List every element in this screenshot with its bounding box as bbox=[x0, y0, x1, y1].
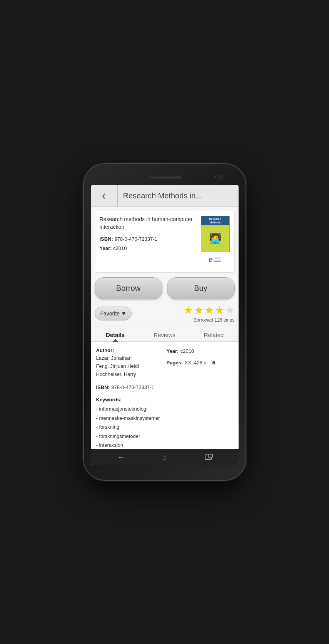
tab-reviews[interactable]: Reviews bbox=[140, 327, 189, 341]
book-cover-image: Research Methods 🧑‍💻 bbox=[201, 216, 230, 252]
nav-home-icon: ⌂ bbox=[162, 453, 167, 461]
e-icon: e bbox=[209, 256, 212, 264]
star-3[interactable]: ★ bbox=[204, 304, 214, 317]
keywords-list: - informasjonsteknologi - menneske-maski… bbox=[96, 404, 233, 449]
keywords-label: Keywords: bbox=[96, 397, 122, 402]
author-values: Lazar, Jonathan Feng, Jinjuan Heidi Hoch… bbox=[96, 354, 163, 378]
pages-value: XX, 426 s. : ill. bbox=[185, 360, 217, 366]
year-row: Year: c2010 bbox=[167, 347, 233, 354]
star-2[interactable]: ★ bbox=[194, 304, 204, 317]
sensor-dot bbox=[214, 176, 216, 178]
nav-back-icon: ← bbox=[117, 453, 124, 461]
nav-recents-icon bbox=[205, 454, 212, 460]
phone-screen: ‹ Research Methods in... Research method… bbox=[91, 185, 239, 465]
keyword-3: - forskning bbox=[96, 423, 233, 431]
bottom-nav: ← ⌂ bbox=[91, 449, 239, 465]
stars-section: ★ ★ ★ ★ ★ Borrowed 126 times bbox=[136, 304, 235, 323]
book-icon: 📖 bbox=[213, 255, 222, 264]
isbn-label: ISBN: bbox=[100, 236, 113, 242]
star-4[interactable]: ★ bbox=[215, 304, 224, 317]
isbn-detail-label: ISBN: bbox=[96, 384, 110, 390]
year-pages-column: Year: c2010 Pages: XX, 426 s. : ill. bbox=[167, 347, 233, 378]
camera-dot bbox=[219, 175, 223, 179]
tab-related[interactable]: Related bbox=[189, 327, 239, 341]
year-detail-label: Year: bbox=[167, 348, 179, 354]
pages-row: Pages: XX, 426 s. : ill. bbox=[167, 359, 233, 366]
nav-home-button[interactable]: ⌂ bbox=[158, 452, 171, 463]
author-label: Author: bbox=[96, 347, 163, 353]
phone-top-bar bbox=[91, 171, 239, 183]
tabs-bar: Details Reviews Related bbox=[91, 327, 239, 342]
ebook-icons: e 📖 bbox=[209, 255, 222, 264]
author-1: Lazar, Jonathan bbox=[96, 354, 163, 362]
keyword-5: - interaksjon bbox=[96, 441, 233, 449]
borrowed-times: Borrowed 126 times bbox=[136, 317, 235, 323]
action-buttons: Borrow Buy bbox=[95, 277, 235, 299]
speaker-grille bbox=[147, 176, 182, 179]
stars-row: ★ ★ ★ ★ ★ bbox=[136, 304, 235, 317]
keywords-row: Keywords: - informasjonsteknologi - menn… bbox=[96, 396, 233, 449]
app-header: ‹ Research Methods in... bbox=[91, 185, 239, 207]
keyword-2: - menneske-maskinsystemer bbox=[96, 414, 233, 423]
phone-device: ‹ Research Methods in... Research method… bbox=[84, 164, 245, 480]
heart-icon: ♥ bbox=[122, 310, 126, 317]
book-cover-area: Research Methods 🧑‍💻 e 📖 bbox=[201, 216, 230, 264]
book-top-row: Research methods in human-computer inter… bbox=[100, 216, 230, 264]
book-info-card: Research methods in human-computer inter… bbox=[95, 211, 235, 273]
content-area: Research methods in human-computer inter… bbox=[91, 207, 239, 449]
details-section: Author: Lazar, Jonathan Feng, Jinjuan He… bbox=[91, 342, 239, 449]
keyword-1: - informasjonsteknologi bbox=[96, 404, 233, 413]
book-meta: ISBN: 978-0-470-72337-1 Year: c2010 bbox=[100, 235, 197, 253]
year-detail-value: c2010 bbox=[180, 348, 194, 354]
isbn-detail-row: ISBN: 978-0-470-72337-1 bbox=[96, 384, 233, 391]
tab-details[interactable]: Details bbox=[91, 327, 140, 341]
cover-illustration: 🧑‍💻 bbox=[201, 225, 229, 252]
book-text-info: Research methods in human-computer inter… bbox=[100, 216, 201, 253]
keyword-4: - forskningsmetoder bbox=[96, 432, 233, 441]
favorite-row: Favorite ♥ ★ ★ ★ ★ ★ Borrowed 126 times bbox=[95, 304, 235, 323]
nav-back-button[interactable]: ← bbox=[113, 452, 129, 463]
favorite-button[interactable]: Favorite ♥ bbox=[95, 307, 132, 320]
buy-button[interactable]: Buy bbox=[167, 277, 235, 299]
year-value: c2010 bbox=[113, 245, 127, 251]
year-label: Year: bbox=[100, 245, 112, 251]
star-5[interactable]: ★ bbox=[225, 304, 235, 317]
tab-indicator bbox=[112, 339, 119, 342]
back-chevron-icon: ‹ bbox=[102, 189, 106, 203]
author-column: Author: Lazar, Jonathan Feng, Jinjuan He… bbox=[96, 347, 163, 378]
star-1[interactable]: ★ bbox=[184, 304, 193, 317]
pages-label: Pages: bbox=[167, 360, 183, 366]
nav-recents-button[interactable] bbox=[200, 453, 216, 461]
isbn-detail-value: 978-0-470-72337-1 bbox=[111, 384, 154, 390]
cover-title: Research Methods bbox=[201, 216, 229, 225]
back-button[interactable]: ‹ bbox=[91, 185, 118, 206]
book-title: Research methods in human-computer inter… bbox=[100, 216, 197, 231]
details-grid: Author: Lazar, Jonathan Feng, Jinjuan He… bbox=[96, 347, 233, 378]
author-3: Hochheiser, Harry bbox=[96, 371, 163, 379]
phone-bottom-bar bbox=[91, 465, 239, 473]
header-title: Research Methods in... bbox=[118, 191, 239, 200]
borrow-button[interactable]: Borrow bbox=[95, 277, 162, 299]
favorite-label: Favorite bbox=[100, 310, 120, 317]
isbn-value: 978-0-470-72337-1 bbox=[115, 236, 157, 242]
author-2: Feng, Jinjuan Heidi bbox=[96, 362, 163, 371]
